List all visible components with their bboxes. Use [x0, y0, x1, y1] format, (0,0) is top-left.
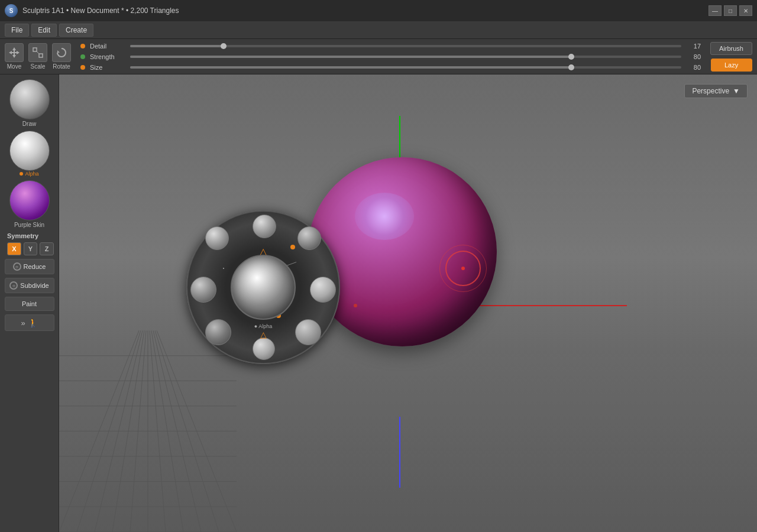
perspective-label: Perspective	[692, 87, 729, 95]
sym-y-button[interactable]: Y	[24, 242, 38, 255]
wheel-center-sphere[interactable]: ● Alpha	[231, 255, 296, 320]
material-label: Purple Skin	[14, 222, 44, 228]
alpha-brush[interactable]: Alpha	[4, 131, 56, 177]
blue-axis-line	[399, 417, 400, 488]
wheel-connector-dot	[223, 268, 224, 269]
red-axis-line	[473, 305, 627, 306]
subdivide-icon: ○	[9, 281, 18, 290]
strength-label: Strength	[90, 53, 125, 60]
toolbar: Move Scale Rotate D	[0, 39, 757, 74]
scale-label: Scale	[30, 63, 45, 70]
svg-marker-0	[9, 47, 20, 58]
material-sphere	[9, 180, 50, 220]
brush-cursor-inner	[445, 251, 481, 286]
material-brush[interactable]: Purple Skin	[4, 180, 56, 228]
create-menu[interactable]: Create	[59, 24, 93, 37]
transform-tools: Move Scale Rotate	[5, 43, 71, 70]
titlebar-text: Sculptris 1A1 • New Document * • 2,200 T…	[22, 7, 704, 15]
small-red-dot	[354, 304, 357, 307]
symmetry-buttons: X Y Z	[5, 242, 54, 255]
scale-tool[interactable]: Scale	[28, 43, 47, 70]
lazy-button[interactable]: Lazy	[711, 59, 752, 72]
brush-cursor-dot	[461, 267, 465, 270]
size-slider-row: Size 80	[80, 64, 701, 71]
sym-z-button[interactable]: Z	[40, 242, 54, 255]
wheel-center-label: ● Alpha	[254, 323, 272, 329]
size-value: 80	[686, 64, 701, 71]
move-label: Move	[7, 63, 21, 70]
walk-button[interactable]: » 🚶	[5, 314, 54, 331]
perspective-chevron-icon: ▼	[733, 87, 740, 95]
detail-label: Detail	[90, 43, 125, 50]
wheel-item-1[interactable]	[297, 226, 321, 250]
airbrush-button[interactable]: Airbrush	[710, 42, 752, 55]
triangle-bottom-icon: △	[260, 330, 267, 339]
reduce-icon: ○	[13, 262, 21, 271]
rotate-label: Rotate	[53, 63, 70, 70]
mode-buttons: Airbrush Lazy	[710, 42, 752, 72]
size-dot	[80, 65, 85, 70]
perspective-button[interactable]: Perspective ▼	[684, 84, 748, 98]
file-menu[interactable]: File	[5, 24, 29, 37]
reduce-button[interactable]: ○ Reduce	[5, 259, 54, 274]
svg-rect-2	[39, 54, 43, 57]
scale-icon	[28, 43, 47, 62]
draw-label: Draw	[22, 121, 36, 127]
rotate-tool[interactable]: Rotate	[52, 43, 71, 70]
strength-value: 80	[686, 53, 701, 60]
wheel-item-4[interactable]	[253, 338, 275, 360]
alpha-sphere	[9, 131, 50, 171]
size-track[interactable]	[130, 66, 681, 69]
detail-slider-row: Detail 17	[80, 43, 701, 50]
maximize-button[interactable]: □	[724, 5, 737, 16]
titlebar-controls: — □ ✕	[709, 5, 752, 16]
move-tool[interactable]: Move	[5, 43, 24, 70]
sphere-highlight	[355, 193, 414, 240]
detail-value: 17	[686, 43, 701, 50]
walk-figure-icon: 🚶	[28, 318, 38, 327]
alpha-dot	[20, 172, 23, 176]
main-sphere	[308, 157, 497, 346]
wheel-item-6[interactable]	[190, 277, 216, 303]
alpha-label: Alpha	[20, 171, 38, 177]
sliders-panel: Detail 17 Strength 80 Size 80	[80, 43, 701, 71]
strength-dot	[80, 54, 85, 59]
walk-arrows-icon: »	[21, 319, 25, 327]
menubar: File Edit Create	[0, 21, 757, 39]
subdivide-button[interactable]: ○ Subdivide	[5, 278, 54, 293]
app-logo: S	[5, 4, 18, 17]
draw-brush[interactable]: Draw	[4, 79, 56, 127]
wheel-item-2[interactable]	[310, 277, 336, 303]
detail-dot	[80, 44, 85, 48]
sidebar: Draw Alpha Purple Skin Symmetry X Y Z	[0, 74, 59, 532]
strength-slider-row: Strength 80	[80, 53, 701, 60]
sym-x-button[interactable]: X	[7, 242, 21, 255]
size-label: Size	[90, 64, 125, 71]
svg-marker-4	[57, 50, 60, 53]
main-area: Draw Alpha Purple Skin Symmetry X Y Z	[0, 74, 757, 532]
paint-button[interactable]: Paint	[5, 297, 54, 311]
svg-line-3	[37, 51, 39, 54]
titlebar: S Sculptris 1A1 • New Document * • 2,200…	[0, 0, 757, 21]
symmetry-section: Symmetry X Y Z	[2, 232, 56, 255]
wheel-item-7[interactable]	[205, 226, 229, 250]
wheel-item-3[interactable]	[295, 319, 321, 345]
svg-rect-1	[33, 48, 37, 51]
wheel-item-0[interactable]	[253, 215, 276, 238]
detail-track[interactable]	[130, 45, 681, 47]
close-button[interactable]: ✕	[739, 5, 752, 16]
move-icon	[5, 43, 24, 62]
brush-wheel[interactable]: △ △ ● Alpha	[186, 210, 340, 364]
wheel-orange-dot-1	[290, 245, 295, 249]
viewport[interactable]: △ △ ● Alpha Perspective ▼	[59, 74, 757, 532]
draw-sphere	[9, 79, 50, 119]
wheel-item-5[interactable]	[205, 319, 231, 345]
rotate-icon	[52, 43, 71, 62]
symmetry-title: Symmetry	[5, 232, 38, 239]
edit-menu[interactable]: Edit	[31, 24, 57, 37]
strength-track[interactable]	[130, 56, 681, 58]
minimize-button[interactable]: —	[709, 5, 722, 16]
